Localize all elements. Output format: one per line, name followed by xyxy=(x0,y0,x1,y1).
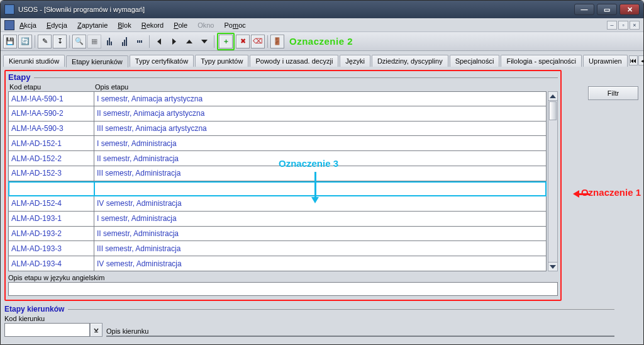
mdi-minimize-button[interactable]: – xyxy=(607,21,617,30)
table-row[interactable]: ALM-AD-193-3III semestr, Administracja xyxy=(8,241,547,256)
tab-typy-punktow[interactable]: Typy punktów xyxy=(195,55,248,67)
opis-kierunku-input[interactable] xyxy=(106,336,614,337)
cell-opis[interactable]: III semestr, Animacja artystyczna xyxy=(94,122,547,137)
tabscroll-first-icon[interactable]: ⏮ xyxy=(629,55,638,65)
table-row[interactable]: ALM-AD-152-1I semestr, Administracja xyxy=(8,136,547,151)
menu-okno[interactable]: Okno xyxy=(197,21,214,29)
menu-pole[interactable]: Pole xyxy=(174,21,187,29)
cell-kod[interactable]: ALM-AD-193-3 xyxy=(8,241,94,256)
etapy-column-headers: Kod etapu Opis etapu xyxy=(8,83,558,91)
sort-icon[interactable]: ▦ xyxy=(87,35,101,48)
menubar: Akcja Edycja Zapytanie Blok Rekord Pole … xyxy=(1,18,643,32)
cell-kod[interactable] xyxy=(8,181,94,196)
next-record-icon[interactable] xyxy=(167,35,181,48)
exit-icon[interactable]: 🚪 xyxy=(270,35,284,48)
first-record-icon[interactable] xyxy=(152,35,166,48)
edit-icon[interactable]: ✎ xyxy=(38,35,52,48)
tab-uprawnienia[interactable]: Uprawnien xyxy=(583,55,628,67)
cell-opis[interactable]: II semestr, Animacja artystyczna xyxy=(94,106,547,122)
tab-etapy-kierunkow[interactable]: Etapy kierunków xyxy=(66,55,128,67)
cell-kod[interactable]: ALM-AD-152-4 xyxy=(8,196,94,212)
clear-record-icon[interactable]: ⌫ xyxy=(251,35,265,48)
scroll-down-icon[interactable] xyxy=(548,262,557,271)
annotation-cyan-arrow xyxy=(311,172,319,203)
annotation-green-label: Oznaczenie 2 xyxy=(289,36,353,47)
cell-kod[interactable]: ALM-AD-152-3 xyxy=(8,166,94,181)
table-row[interactable]: ALM-AD-152-3III semestr, Administracja xyxy=(8,166,547,181)
chart3-icon[interactable] xyxy=(133,35,147,48)
kod-kierunku-input[interactable] xyxy=(4,323,90,337)
kod-kierunku-dropdown-icon[interactable] xyxy=(90,323,103,337)
query-icon[interactable]: 🔍 xyxy=(72,35,86,48)
cell-kod[interactable]: ALM-AD-152-1 xyxy=(8,136,94,151)
menu-rekord[interactable]: Rekord xyxy=(142,21,164,29)
content-area: Filtr Oznaczenie 1 Etapy Kod etapu Opis … xyxy=(1,67,643,344)
cell-kod[interactable]: ALM-AD-193-4 xyxy=(8,256,94,271)
tab-dziedziny[interactable]: Dziedziny, dyscypliny xyxy=(372,55,448,67)
mdi-child-icon[interactable] xyxy=(4,20,14,30)
close-button[interactable]: ✕ xyxy=(619,4,640,15)
refresh-icon[interactable]: 🔄 xyxy=(18,35,32,48)
table-row[interactable]: ALM-!AA-590-1I semestr, Animacja artysty… xyxy=(8,91,547,106)
menu-zapytanie[interactable]: Zapytanie xyxy=(77,21,108,29)
prev-block-icon[interactable] xyxy=(182,35,196,48)
cell-opis[interactable]: II semestr, Administracja xyxy=(94,227,547,242)
save-icon[interactable]: 💾 xyxy=(3,35,17,48)
commit-icon[interactable]: ↧ xyxy=(53,35,67,48)
cell-opis[interactable]: IV semestr, Administracja xyxy=(94,196,547,212)
table-row[interactable]: ALM-AD-193-2II semestr, Administracja xyxy=(8,227,547,242)
maximize-button[interactable]: ▭ xyxy=(597,4,617,15)
vertical-scrollbar[interactable] xyxy=(548,91,558,271)
tab-powody[interactable]: Powody i uzasad. decyzji xyxy=(250,55,338,67)
cell-opis[interactable]: IV semestr, Administracja xyxy=(94,256,547,271)
chart2-icon[interactable] xyxy=(118,35,131,48)
scroll-thumb[interactable] xyxy=(549,101,557,120)
mdi-restore-button[interactable]: ▫ xyxy=(618,21,628,30)
menu-pomoc[interactable]: Pomoc xyxy=(224,21,245,29)
minimize-button[interactable]: — xyxy=(574,4,594,15)
cell-opis[interactable]: III semestr, Administracja xyxy=(94,241,547,256)
opis-kierunku-label: Opis kierunku xyxy=(106,327,614,335)
eng-desc-label: Opis etapu w języku angielskim xyxy=(8,274,558,281)
window-title: USOS - [Słowniki programów i wymagań] xyxy=(18,6,574,13)
tab-filologia[interactable]: Filologia - specjalności xyxy=(501,55,582,67)
cell-opis[interactable]: I semestr, Administracja xyxy=(94,212,547,227)
table-row[interactable]: ALM-!AA-590-2II semestr, Animacja artyst… xyxy=(8,106,547,122)
kierunki-section-title: Etapy kierunków xyxy=(4,305,614,314)
table-row[interactable]: ALM-AD-152-4IV semestr, Administracja xyxy=(8,196,547,212)
delete-record-icon[interactable]: ✖ xyxy=(236,35,250,48)
next-block-icon[interactable] xyxy=(197,35,211,48)
insert-record-icon[interactable]: ＋ xyxy=(219,35,233,48)
tab-specjalnosci[interactable]: Specjalności xyxy=(450,55,500,67)
cell-kod[interactable]: ALM-!AA-590-3 xyxy=(8,122,94,137)
menu-blok[interactable]: Blok xyxy=(118,21,131,29)
table-row[interactable] xyxy=(8,181,547,196)
filter-button[interactable]: Filtr xyxy=(588,86,638,100)
chart1-icon[interactable] xyxy=(103,35,116,48)
table-row[interactable]: ALM-AD-193-1I semestr, Administracja xyxy=(8,212,547,227)
mdi-close-button[interactable]: × xyxy=(630,21,640,30)
table-row[interactable]: ALM-!AA-590-3III semestr, Animacja artys… xyxy=(8,122,547,137)
eng-desc-input[interactable] xyxy=(8,282,558,296)
cell-opis[interactable]: I semestr, Animacja artystyczna xyxy=(94,91,547,106)
annotation-cyan-label: Oznaczenie 3 xyxy=(279,158,338,169)
cell-kod[interactable]: ALM-AD-152-2 xyxy=(8,151,94,166)
menu-edycja[interactable]: Edycja xyxy=(47,21,67,29)
annotation-red-arrow xyxy=(578,193,589,195)
cell-kod[interactable]: ALM-!AA-590-1 xyxy=(8,91,94,106)
tab-kierunki-studiow[interactable]: Kierunki studiów xyxy=(3,55,65,67)
tab-typy-certyfikatow[interactable]: Typy certyfikatów xyxy=(130,55,194,67)
cell-kod[interactable]: ALM-AD-193-2 xyxy=(8,227,94,242)
menu-akcja[interactable]: Akcja xyxy=(19,21,36,29)
tab-jezyki[interactable]: Języki xyxy=(340,55,370,67)
cell-kod[interactable]: ALM-AD-193-1 xyxy=(8,212,94,227)
annotation-red-box: Etapy Kod etapu Opis etapu ALM-!AA-590-1… xyxy=(4,70,562,301)
tabscroll-prev-icon[interactable]: ◂ xyxy=(638,55,644,65)
table-row[interactable]: ALM-AD-193-4IV semestr, Administracja xyxy=(8,256,547,271)
app-icon xyxy=(4,4,14,14)
cell-opis[interactable] xyxy=(94,181,547,196)
table-row[interactable]: ALM-AD-152-2II semestr, Administracja xyxy=(8,151,547,166)
cell-kod[interactable]: ALM-!AA-590-2 xyxy=(8,106,94,122)
cell-opis[interactable]: I semestr, Administracja xyxy=(94,136,547,151)
scroll-up-icon[interactable] xyxy=(548,92,557,101)
